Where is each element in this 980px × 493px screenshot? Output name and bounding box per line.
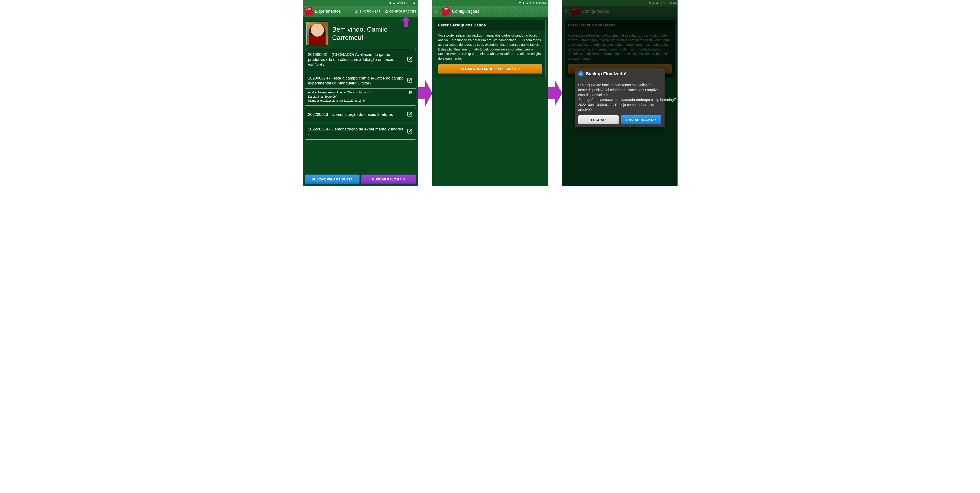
flow-arrow-icon: [548, 80, 562, 106]
dialog-title: Backup Finalizado!: [586, 71, 627, 77]
experiment-card[interactable]: 202200014 - Demonstração de experimento …: [305, 124, 416, 140]
settings-label: CONFIGURAÇÕES: [389, 10, 416, 13]
user-avatar: [307, 22, 328, 45]
clock: 13:41: [539, 1, 546, 5]
status-bar: ✱ ▲ ◢ 99% ▯ 13:41: [303, 0, 418, 6]
bluetooth-icon: ✱: [519, 1, 521, 5]
app-bar: TESTE Experimentos SINCRONIZAR CONFIGURA…: [303, 6, 418, 18]
experiment-card[interactable]: 202200013 - Demonstração de ensaio 2 fat…: [305, 108, 416, 121]
pointer-up-arrow-icon: [402, 16, 410, 27]
flow-arrow-icon: [418, 80, 432, 106]
main-content: Bem vindo, Camilo Carromeu! 201900031 - …: [303, 18, 418, 172]
dialog-body: Um arquivo de backup com todas as avalia…: [575, 79, 665, 115]
page-title: Configurações: [452, 9, 546, 14]
sync-icon: [354, 10, 359, 14]
sync-label: SINCRONIZAR: [360, 10, 381, 13]
experiment-card[interactable]: 201900031 - (CLONADO) Avaliaçao de ganho…: [305, 49, 416, 70]
page-title: Experimentos: [315, 9, 352, 14]
gear-icon: [384, 10, 388, 14]
experiment-title: 202200014 - Demonstração de experimento …: [308, 127, 405, 137]
app-bar: TESTE Configurações: [432, 6, 548, 18]
open-icon[interactable]: [407, 77, 413, 84]
settings-button[interactable]: CONFIGURAÇÕES: [384, 10, 416, 14]
wifi-icon: ▲: [522, 1, 525, 5]
app-logo-icon: TESTE: [441, 7, 450, 16]
signal-icon: ◢: [396, 1, 398, 5]
open-icon[interactable]: [407, 111, 413, 118]
app-logo-icon: TESTE: [304, 7, 313, 16]
info-icon: i: [578, 71, 584, 77]
back-button[interactable]: [434, 8, 439, 14]
section-text: Você pode realizar um backup manual dos …: [438, 33, 542, 61]
experiment-title: 202000074 - Teste a campo com o e-Cattle…: [308, 76, 405, 86]
search-by-label-button[interactable]: BUSCAR PELA ETIQUETA: [305, 175, 360, 184]
close-button[interactable]: FECHAR: [578, 115, 619, 124]
clipboard-icon[interactable]: [409, 91, 413, 103]
battery-percent: 99%: [529, 1, 535, 5]
sync-button[interactable]: SINCRONIZAR: [354, 10, 381, 14]
backup-complete-dialog: i Backup Finalizado! Um arquivo de backu…: [575, 69, 665, 128]
generate-backup-button[interactable]: GERAR NOVO ARQUIVO DE BACKUP: [438, 64, 542, 74]
signal-icon: ◢: [526, 1, 528, 5]
open-icon[interactable]: [407, 128, 413, 135]
open-icon[interactable]: [407, 56, 413, 63]
experiment-title: 202200013 - Demonstração de ensaio 2 fat…: [308, 112, 405, 117]
status-bar: ✱ ▲ ◢ 99% ▯ 13:41: [432, 0, 548, 6]
experiment-title: 201900031 - (CLONADO) Avaliaçao de ganho…: [308, 52, 405, 67]
section-title: Fazer Backup dos Dados: [435, 20, 545, 30]
battery-icon: ▯: [536, 1, 538, 5]
welcome-text: Bem vindo, Camilo Carromeu!: [332, 25, 414, 42]
sub-line: Avaliação em preenchimento "Guia do Usuá…: [308, 91, 407, 95]
screen-settings: ✱ ▲ ◢ 99% ▯ 13:41 TESTE Configurações Fa…: [432, 0, 548, 186]
backup-section: Fazer Backup dos Dados Você pode realiza…: [435, 20, 546, 78]
clock: 13:41: [409, 1, 417, 5]
send-backup-button[interactable]: ENVIAR BACKUP: [621, 115, 661, 124]
sub-line: Da planilha "Teste 06".: [308, 95, 407, 99]
wifi-icon: ▲: [393, 1, 395, 5]
battery-icon: ▯: [406, 1, 408, 5]
experiment-subinfo: Avaliação em preenchimento "Guia do Usuá…: [305, 88, 415, 105]
welcome-row: Bem vindo, Camilo Carromeu!: [305, 20, 416, 49]
screen-settings-dialog: ✱ ▲ ◢ 99% ▯ 13:44 TESTE Configurações Fa…: [562, 0, 678, 186]
search-by-rfid-button[interactable]: BUSCAR PELO RFID: [361, 175, 416, 184]
sub-line: Última alteração/coleta em 3/10/22 às 13…: [308, 99, 407, 103]
bottom-action-row: BUSCAR PELA ETIQUETA BUSCAR PELO RFID: [303, 172, 418, 186]
screen-experiments: ✱ ▲ ◢ 99% ▯ 13:41 TESTE Experimentos SIN…: [303, 0, 418, 186]
main-content: Fazer Backup dos Dados Você pode realiza…: [432, 18, 548, 186]
bluetooth-icon: ✱: [389, 1, 391, 5]
battery-percent: 99%: [399, 1, 406, 5]
experiment-card[interactable]: 202000074 - Teste a campo com o e-Cattle…: [305, 73, 416, 106]
